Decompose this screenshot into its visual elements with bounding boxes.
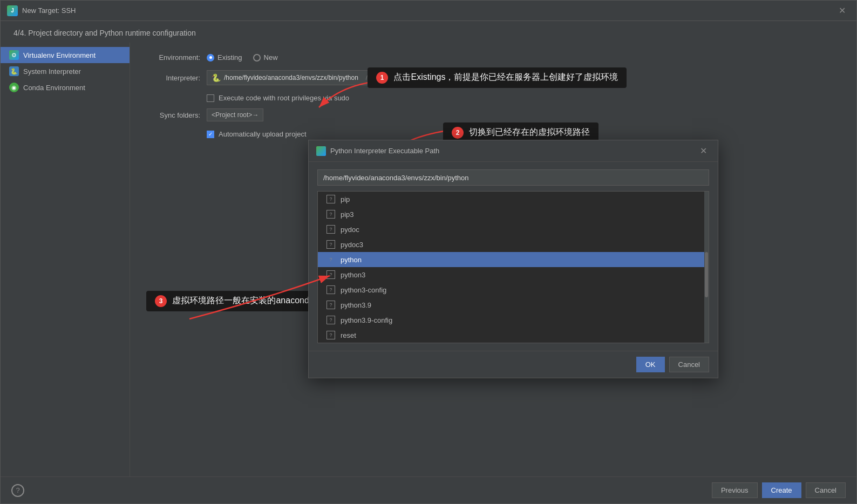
file-icon-python: ? (327, 255, 335, 264)
list-item-reset-label: reset (341, 331, 356, 339)
file-icon-pip3: ? (327, 210, 335, 219)
list-item-python3[interactable]: ? python3 (318, 267, 709, 282)
file-icon-pydoc3: ? (327, 240, 335, 249)
file-icon-python39-config: ? (327, 316, 335, 324)
file-icon-pip: ? (327, 195, 335, 203)
dialog-list: ? pip ? pip3 ? pydoc ? pydoc3 (317, 191, 709, 343)
list-item-reset[interactable]: ? reset (318, 328, 709, 343)
dialog-app-icon (316, 146, 326, 156)
scrollbar-thumb[interactable] (705, 252, 708, 297)
list-item-python39-config[interactable]: ? python3.9-config (318, 312, 709, 328)
scrollbar-track[interactable] (704, 192, 709, 343)
file-icon-python3: ? (327, 270, 335, 279)
list-item-python39-config-label: python3.9-config (341, 316, 392, 324)
list-item-python-label: python (341, 256, 362, 264)
list-item-python39[interactable]: ? python3.9 (318, 297, 709, 312)
list-item-pydoc[interactable]: ? pydoc (318, 222, 709, 237)
dialog-close-button[interactable]: ✕ (697, 145, 710, 157)
dialog-overlay: Python Interpreter Executable Path ✕ ? p… (1, 1, 856, 503)
list-item-pip3[interactable]: ? pip3 (318, 207, 709, 222)
list-item-pip[interactable]: ? pip (318, 192, 709, 207)
list-item-python39-label: python3.9 (341, 301, 371, 309)
dialog-body: ? pip ? pip3 ? pydoc ? pydoc3 (309, 162, 718, 351)
dialog-title: Python Interpreter Executable Path (330, 147, 439, 155)
list-item-python3-label: python3 (341, 271, 365, 279)
list-item-python3-config[interactable]: ? python3-config (318, 282, 709, 297)
file-icon-reset: ? (327, 331, 335, 339)
dialog-path-input[interactable] (317, 169, 709, 186)
main-window: J New Target: SSH ✕ 4/4. Project directo… (0, 0, 857, 504)
interpreter-dialog: Python Interpreter Executable Path ✕ ? p… (308, 140, 718, 378)
list-item-python3-config-label: python3-config (341, 286, 386, 294)
dialog-footer: OK Cancel (309, 351, 718, 378)
list-item-pydoc3[interactable]: ? pydoc3 (318, 237, 709, 252)
file-icon-pydoc: ? (327, 225, 335, 234)
file-icon-python3-config: ? (327, 285, 335, 294)
dialog-cancel-button[interactable]: Cancel (669, 357, 709, 372)
list-item-pip3-label: pip3 (341, 210, 354, 219)
dialog-ok-button[interactable]: OK (636, 357, 665, 372)
list-item-pydoc3-label: pydoc3 (341, 241, 363, 249)
file-icon-python39: ? (327, 301, 335, 309)
list-item-python[interactable]: ? python (318, 252, 709, 267)
list-item-pip-label: pip (341, 195, 350, 203)
dialog-title-bar: Python Interpreter Executable Path ✕ (309, 140, 718, 162)
list-item-pydoc-label: pydoc (341, 226, 359, 234)
